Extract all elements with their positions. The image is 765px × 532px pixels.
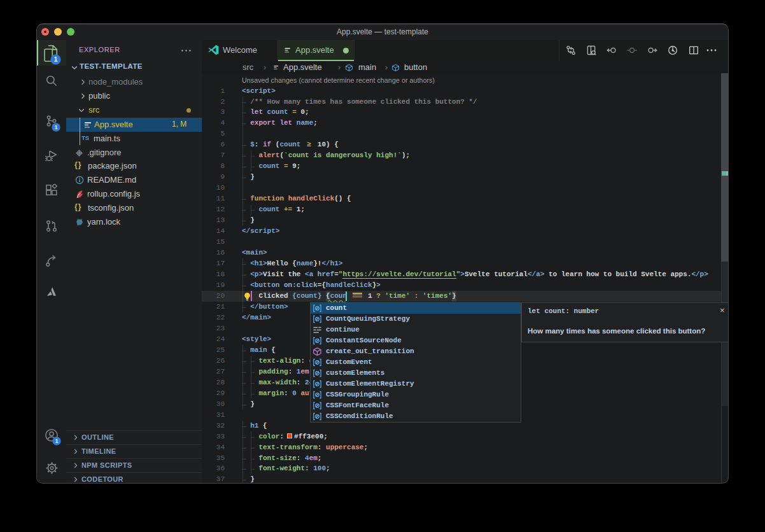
svg-text:1: 1 <box>54 56 58 63</box>
svg-text:1: 1 <box>55 438 59 444</box>
svg-text:1: 1 <box>55 124 58 130</box>
